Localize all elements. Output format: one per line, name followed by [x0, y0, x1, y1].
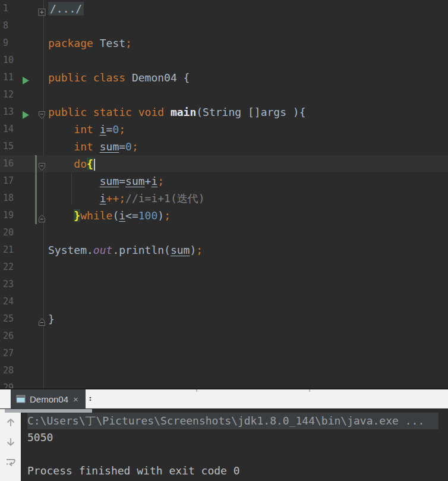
- fold-expand-icon[interactable]: [38, 8, 46, 16]
- run-arrow-icon[interactable]: [21, 76, 30, 85]
- line-number[interactable]: 15: [3, 138, 14, 155]
- code-line-10[interactable]: 10: [0, 52, 448, 69]
- code-line-15[interactable]: 15 int sum=0;: [0, 138, 448, 155]
- fold-collapse-up-icon[interactable]: [38, 214, 46, 223]
- line-number[interactable]: 21: [3, 241, 14, 259]
- code-line-8[interactable]: 8: [0, 17, 448, 34]
- code-text: do{: [48, 155, 448, 172]
- line-number[interactable]: 24: [3, 293, 14, 310]
- run-tool-window: Demon04 × : C:\Users\丁\Pictures\Screensh…: [0, 388, 448, 481]
- soft-wrap-icon[interactable]: [5, 457, 17, 469]
- token-fold: /.../: [48, 2, 84, 15]
- code-line-27[interactable]: 27: [0, 345, 448, 362]
- console-output[interactable]: C:\Users\丁\Pictures\Screenshots\jdk1.8.0…: [21, 409, 448, 481]
- token-pl: [48, 140, 74, 153]
- code-line-20[interactable]: 20: [0, 224, 448, 241]
- code-line-26[interactable]: 26: [0, 328, 448, 345]
- code-line-1[interactable]: 1/.../: [0, 0, 448, 17]
- tab-close-icon[interactable]: ×: [73, 394, 78, 404]
- console-line-stdout: 5050: [27, 429, 448, 446]
- token-pl: =: [119, 140, 125, 153]
- token-brhl: {: [87, 158, 93, 170]
- code-line-11[interactable]: 11public class Demon04 {: [0, 69, 448, 86]
- line-number[interactable]: 26: [3, 328, 14, 345]
- code-line-21[interactable]: 21System.out.println(sum);: [0, 241, 448, 259]
- token-field: out: [93, 244, 113, 256]
- code-line-28[interactable]: 28: [0, 362, 448, 379]
- line-number[interactable]: 28: [3, 362, 14, 379]
- line-number[interactable]: 22: [3, 259, 14, 276]
- token-varu: i: [100, 192, 106, 205]
- run-tab-bar: Demon04 × :: [0, 389, 448, 408]
- console-window-icon: [16, 395, 26, 403]
- fold-collapse-down-icon[interactable]: [38, 111, 46, 120]
- tab-edge-mark: :: [88, 394, 93, 403]
- token-semi: ;: [196, 244, 203, 256]
- splitter-notch: [196, 389, 197, 392]
- horizontal-scrollbar-thumb[interactable]: [5, 409, 92, 413]
- token-num: 0: [125, 140, 132, 153]
- line-number[interactable]: 18: [3, 190, 14, 207]
- token-semi: ;: [164, 209, 171, 222]
- code-line-23[interactable]: 23: [0, 276, 448, 293]
- line-number[interactable]: 11: [3, 69, 14, 86]
- code-line-25[interactable]: 25}: [0, 310, 448, 328]
- tab-label: Demon04: [30, 394, 68, 404]
- token-pl: ): [190, 244, 196, 256]
- line-number[interactable]: 13: [3, 103, 14, 121]
- line-number[interactable]: 10: [3, 52, 14, 69]
- token-pl: [48, 158, 74, 170]
- console-line-command: C:\Users\丁\Pictures\Screenshots\jdk1.8.0…: [27, 413, 438, 429]
- code-line-9[interactable]: 9package Test;: [0, 34, 448, 52]
- token-kw: int: [74, 123, 99, 136]
- token-semi: ;: [119, 192, 125, 205]
- line-number[interactable]: 16: [3, 155, 14, 172]
- code-line-13[interactable]: 13public static void main(String []args …: [0, 103, 448, 121]
- line-number[interactable]: 1: [3, 0, 8, 17]
- token-pl: Demon04 {: [132, 71, 190, 84]
- splitter-notch: [309, 389, 310, 392]
- line-number[interactable]: 17: [3, 172, 14, 190]
- code-line-14[interactable]: 14 int i=0;: [0, 121, 448, 138]
- line-number[interactable]: 19: [3, 207, 14, 224]
- code-line-12[interactable]: 12: [0, 86, 448, 103]
- token-varu: sum: [171, 244, 190, 256]
- code-line-16[interactable]: 16 do{: [0, 155, 448, 172]
- line-number[interactable]: 27: [3, 345, 14, 362]
- token-varu: i: [151, 175, 157, 187]
- line-number[interactable]: 25: [3, 310, 14, 328]
- token-pl: (String []args ){: [196, 106, 305, 118]
- line-number[interactable]: 8: [3, 17, 8, 34]
- scroll-to-top-icon[interactable]: [5, 416, 17, 428]
- indent-guide: [71, 174, 72, 205]
- line-number[interactable]: 12: [3, 86, 14, 103]
- line-number[interactable]: 20: [3, 224, 14, 241]
- code-text: }while(i<=100);: [48, 207, 448, 224]
- token-pl: System.: [48, 244, 93, 256]
- line-number[interactable]: 14: [3, 121, 14, 138]
- code-line-17[interactable]: 17 sum=sum+i;: [0, 172, 448, 190]
- code-line-19[interactable]: 19 }while(i<=100);: [0, 207, 448, 224]
- token-pl: [48, 123, 74, 136]
- line-number[interactable]: 23: [3, 276, 14, 293]
- code-line-29[interactable]: 29: [0, 379, 448, 388]
- run-arrow-icon[interactable]: [21, 111, 30, 120]
- token-varu: i: [100, 123, 106, 136]
- line-number[interactable]: 29: [3, 379, 14, 388]
- scroll-to-bottom-icon[interactable]: [5, 436, 17, 448]
- fold-collapse-up-icon[interactable]: [38, 317, 46, 326]
- code-line-24[interactable]: 24: [0, 293, 448, 310]
- token-pl: =: [106, 123, 113, 136]
- fold-collapse-down-icon[interactable]: [38, 162, 46, 171]
- code-line-18[interactable]: 18 i++;//i=i+1(迭代): [0, 190, 448, 207]
- editor-lines: 1/.../89package Test;1011public class De…: [0, 0, 448, 388]
- run-tab-demon04[interactable]: Demon04 ×: [11, 389, 86, 408]
- line-number[interactable]: 9: [3, 34, 8, 52]
- code-text: int i=0;: [48, 121, 448, 138]
- token-kw: while: [80, 209, 112, 222]
- token-pl: [48, 192, 100, 205]
- code-text: int sum=0;: [48, 138, 448, 155]
- token-kw: ++: [106, 192, 119, 205]
- code-editor[interactable]: 1/.../89package Test;1011public class De…: [0, 0, 448, 388]
- code-line-22[interactable]: 22: [0, 259, 448, 276]
